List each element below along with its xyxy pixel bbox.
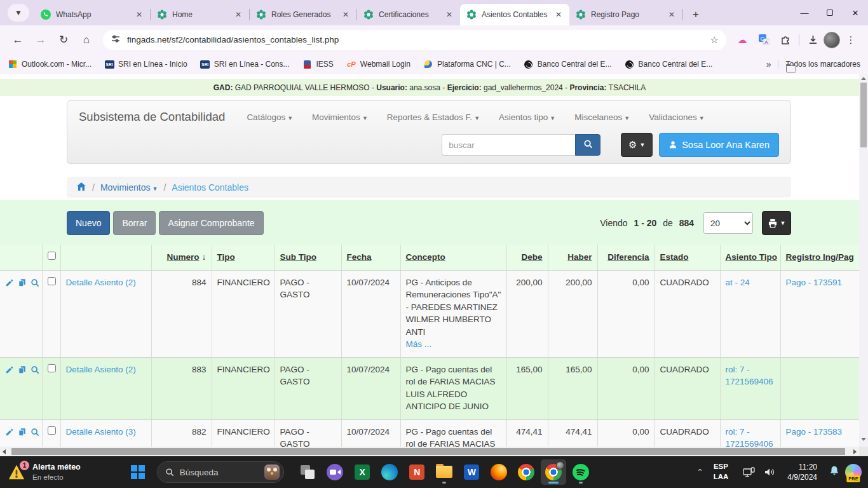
view-icon[interactable]: [31, 428, 39, 437]
select-all-checkbox[interactable]: [48, 252, 56, 260]
bookmark-sri-consultas[interactable]: SRI SRI en Línea - Cons...: [200, 59, 290, 69]
settings-dropdown-button[interactable]: ⚙▼: [621, 133, 653, 157]
bookmark-star-icon[interactable]: ☆: [710, 34, 719, 46]
all-bookmarks-button[interactable]: Todos los marcadores: [778, 60, 860, 69]
extensions-puzzle-icon[interactable]: [776, 31, 794, 49]
scroll-down-icon[interactable]: [861, 438, 866, 441]
tab-close-icon[interactable]: ✕: [666, 9, 677, 20]
copy-icon[interactable]: [18, 365, 27, 374]
scroll-up-icon[interactable]: [861, 77, 866, 80]
tab-home[interactable]: Home ✕: [151, 4, 249, 25]
reload-icon[interactable]: ↻: [54, 30, 73, 50]
notifications-bell-icon[interactable]: [829, 465, 840, 479]
chrome-menu-icon[interactable]: ⋮: [842, 31, 860, 49]
nuevo-button[interactable]: Nuevo: [67, 211, 110, 235]
translate-icon[interactable]: GA: [755, 31, 773, 49]
page-size-select[interactable]: 20: [703, 212, 753, 234]
volume-icon[interactable]: [764, 467, 775, 477]
menu-movimientos[interactable]: Movimientos▼: [312, 112, 368, 122]
address-bar[interactable]: fingads.net/sf2/contabilidad/asientos_co…: [103, 30, 726, 50]
mas-link[interactable]: Más ...: [406, 339, 432, 349]
firefox-button[interactable]: [486, 459, 512, 485]
word-button[interactable]: W: [459, 459, 484, 485]
tab-roles-generados[interactable]: Roles Generados ✕: [250, 4, 356, 25]
home-icon[interactable]: ⌂: [77, 30, 96, 50]
vertical-scroll-thumb[interactable]: [860, 83, 867, 147]
header-haber[interactable]: Haber: [548, 245, 597, 270]
tab-registro-pago[interactable]: Registro Pago ✕: [569, 4, 682, 25]
hidden-icons-chevron[interactable]: ⌃: [697, 468, 703, 477]
bookmark-webmail[interactable]: cP Webmail Login: [346, 59, 410, 69]
url-text[interactable]: fingads.net/sf2/contabilidad/asientos_co…: [127, 35, 710, 44]
tab-close-icon[interactable]: ✕: [233, 9, 244, 20]
tab-search-chevron-icon[interactable]: ▼: [8, 4, 29, 22]
detalle-asiento-link[interactable]: Detalle Asiento (2): [66, 365, 136, 374]
header-debe[interactable]: Debe: [506, 245, 548, 270]
task-view-button[interactable]: [295, 459, 320, 485]
tab-close-icon[interactable]: ✕: [133, 9, 145, 20]
edge-button[interactable]: [377, 459, 402, 485]
bookmark-bce-1[interactable]: Banco Central del E...: [524, 59, 612, 69]
header-asiento-tipo[interactable]: Asiento Tipo: [720, 245, 780, 270]
edit-icon[interactable]: [5, 365, 14, 374]
tab-whatsapp[interactable]: WhatsApp ✕: [34, 4, 150, 25]
back-icon[interactable]: ←: [8, 30, 27, 50]
bookmarks-overflow-chevron[interactable]: »: [760, 59, 778, 69]
menu-miscelaneos[interactable]: Miscelaneos▼: [574, 112, 630, 122]
row-checkbox[interactable]: [48, 364, 56, 372]
taskbar-search[interactable]: Búsqueda: [157, 461, 284, 483]
edit-icon[interactable]: [5, 278, 14, 287]
vertical-scrollbar[interactable]: [859, 74, 868, 447]
site-settings-icon[interactable]: [111, 34, 121, 46]
breadcrumb-home-icon[interactable]: [76, 182, 86, 193]
excel-button[interactable]: X: [349, 459, 375, 485]
spotify-button[interactable]: [568, 459, 593, 485]
new-tab-button[interactable]: +: [687, 6, 705, 24]
bookmark-outlook[interactable]: Outlook.com - Micr...: [8, 59, 92, 69]
chrome-profile-button-active[interactable]: [541, 459, 566, 485]
tab-asientos-contables-active[interactable]: Asientos Contables ✕: [460, 4, 569, 25]
header-fecha[interactable]: Fecha: [341, 245, 400, 270]
header-tipo[interactable]: Tipo: [212, 245, 275, 270]
weather-widget[interactable]: 1 Alerta méteo En efecto: [0, 456, 88, 488]
copy-icon[interactable]: [18, 428, 27, 437]
row-checkbox[interactable]: [48, 277, 56, 285]
horizontal-scrollbar[interactable]: [0, 447, 859, 456]
header-subtipo[interactable]: Sub Tipo: [275, 245, 341, 270]
copilot-icon[interactable]: PRE: [845, 464, 862, 480]
asiento-tipo-link[interactable]: rol: 7 - 1721569406: [726, 427, 773, 449]
menu-validaciones[interactable]: Validaciones▼: [649, 112, 704, 122]
bookmark-sri-inicio[interactable]: SRI SRI en Línea - Inicio: [104, 59, 187, 69]
network-icon[interactable]: [743, 467, 755, 478]
horizontal-scroll-thumb[interactable]: [11, 448, 845, 455]
file-explorer-button[interactable]: [431, 459, 457, 485]
downloads-icon[interactable]: [804, 31, 822, 49]
header-estado[interactable]: Estado: [654, 245, 720, 270]
registro-pago-link[interactable]: Pago - 173583: [786, 427, 843, 437]
language-indicator[interactable]: ESP LAA: [714, 462, 729, 482]
scroll-right-icon[interactable]: [853, 449, 857, 454]
view-icon[interactable]: [31, 278, 39, 287]
search-input[interactable]: [442, 134, 575, 156]
tab-close-icon[interactable]: ✕: [340, 9, 351, 20]
breadcrumb-movimientos[interactable]: Movimientos▼: [100, 182, 158, 193]
print-dropdown-button[interactable]: ▼: [762, 211, 791, 235]
bookmark-bce-2[interactable]: Banco Central del E...: [625, 59, 713, 69]
copy-icon[interactable]: [18, 278, 27, 287]
row-checkbox[interactable]: [48, 426, 56, 435]
nitro-pdf-button[interactable]: N: [404, 459, 430, 485]
window-maximize-button[interactable]: [817, 0, 843, 25]
user-menu-button[interactable]: Sosa Loor Ana Karen: [659, 133, 779, 157]
video-app-button[interactable]: [322, 459, 348, 485]
header-numero[interactable]: Numero↓: [151, 245, 212, 270]
asignar-comprobante-button[interactable]: Asignar Comprobante: [159, 211, 263, 235]
window-minimize-button[interactable]: —: [792, 0, 817, 25]
tab-close-icon[interactable]: ✕: [553, 9, 564, 20]
bookmark-iess[interactable]: IESS: [302, 59, 334, 69]
borrar-button[interactable]: Borrar: [113, 211, 156, 235]
clock[interactable]: 11:20 4/9/2024: [787, 462, 817, 482]
start-button[interactable]: [125, 459, 151, 485]
window-close-button[interactable]: ✕: [843, 0, 868, 25]
header-registro[interactable]: Registro Ing/Pag: [780, 245, 859, 270]
asiento-tipo-link[interactable]: at - 24: [726, 278, 750, 287]
